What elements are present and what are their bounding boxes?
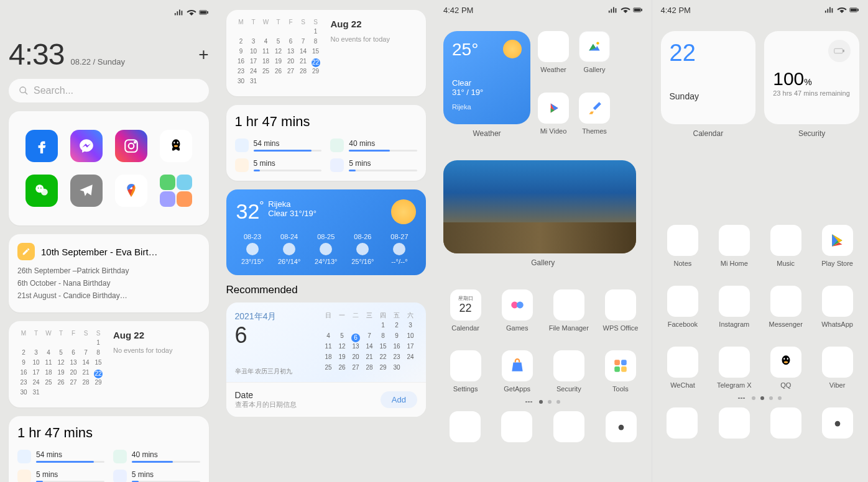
svg-point-38 [737, 297, 739, 298]
calendar-widget[interactable]: MTWTFSS123456789101112131415161718192021… [9, 321, 209, 407]
app-gallery[interactable]: Gallery [579, 31, 610, 76]
sun-icon [391, 199, 416, 224]
notes-title: 10th September - Eva Birt… [41, 247, 200, 257]
app-calendar[interactable]: 星期日22Calendar [443, 289, 487, 332]
status-bar: 4:42 PM [661, 4, 860, 16]
messenger-icon[interactable] [70, 130, 103, 162]
panel-home-1: 4:42 PM 25° Clear 31° / 19° Rijeka Weath… [435, 0, 652, 482]
svg-point-11 [173, 145, 178, 147]
app-whatsapp[interactable]: WhatsApp [815, 286, 859, 328]
svg-point-44 [783, 361, 788, 363]
search-placeholder: Search... [34, 85, 73, 96]
weather-range: 31° / 19° [452, 88, 522, 97]
calendar-widget-small[interactable]: 22 Sunday [661, 31, 756, 124]
weather-widget-small[interactable]: 25° Clear 31° / 19° Rijeka [443, 31, 530, 124]
app-themes[interactable]: Themes [579, 93, 610, 138]
app-qq[interactable]: QQ [764, 347, 808, 389]
svg-point-14 [38, 188, 39, 189]
page-indicator[interactable] [661, 396, 860, 400]
app-wechat[interactable]: WeChat [661, 347, 705, 389]
svg-point-20 [596, 42, 599, 44]
app-music[interactable]: Music [764, 225, 808, 267]
recommended-date-widget[interactable]: 2021年4月 6 辛丑年 农历三月初九 日一二三四五六123456789101… [226, 302, 427, 417]
app-play-store[interactable]: Play Store [815, 225, 859, 267]
dock-app[interactable] [443, 411, 487, 442]
weather-temp: 32 [236, 199, 260, 224]
calendar-no-events: No events for today [113, 347, 200, 354]
add-widget-button[interactable]: + [198, 45, 208, 65]
app-settings[interactable]: Settings [443, 350, 487, 393]
svg-point-8 [172, 139, 180, 148]
weather-city: Rijeka [268, 199, 382, 209]
note-line: 21st August - Candice Birthday… [17, 291, 200, 300]
svg-rect-35 [843, 50, 844, 52]
screentime-total: 1 hr 47 mins [235, 114, 418, 130]
app-getapps[interactable]: GetApps [495, 350, 539, 393]
svg-rect-18 [634, 9, 640, 11]
app-mi-video[interactable]: Mi Video [538, 93, 569, 138]
app-games[interactable]: Games [495, 289, 539, 332]
battery-icon [828, 40, 851, 62]
note-icon [17, 243, 35, 260]
svg-rect-1 [200, 11, 206, 14]
maps-icon[interactable] [115, 175, 147, 207]
widget-label: Gallery [443, 258, 643, 267]
dock-app[interactable] [547, 411, 591, 442]
rec-lunar: 辛丑年 农历三月初九 [235, 367, 293, 376]
dock-app[interactable] [713, 407, 755, 439]
svg-rect-19 [641, 9, 642, 11]
weather-widget-large[interactable]: 32 Rijeka Clear 31°/19° 08-2323°/15°08-2… [226, 189, 427, 275]
qq-icon[interactable] [160, 130, 192, 162]
svg-point-10 [177, 142, 178, 143]
wechat-icon[interactable] [25, 175, 58, 207]
security-widget[interactable]: 100% 23 hrs 47 mins remaining [764, 31, 859, 124]
page-indicator[interactable] [443, 400, 643, 404]
note-line: 6th October - Nana Birthday [17, 279, 200, 288]
dock-app[interactable] [764, 407, 807, 439]
app-messenger[interactable]: Messenger [764, 286, 808, 328]
widget-label: Weather [443, 129, 530, 138]
svg-point-13 [41, 189, 48, 196]
dock-app[interactable] [816, 407, 859, 439]
svg-point-22 [517, 302, 524, 309]
app-security[interactable]: Security [547, 350, 591, 393]
screentime-widget[interactable]: 1 hr 47 mins 54 mins40 mins5 mins5 mins [9, 416, 209, 482]
app-viber[interactable]: Viber [815, 347, 859, 389]
dock-app[interactable] [496, 411, 539, 442]
app-facebook[interactable]: Facebook [661, 286, 705, 328]
facebook-icon[interactable] [25, 130, 58, 162]
app-instagram[interactable]: Instagram [712, 286, 756, 328]
notes-widget[interactable]: 10th September - Eva Birt… 26th Septembe… [9, 234, 209, 312]
app-telegram-x[interactable]: Telegram X [712, 347, 756, 389]
app-file-manager[interactable]: File Manager [547, 289, 591, 332]
note-line: 26th September –Patrick Birthday [17, 266, 200, 275]
app-weather[interactable]: 25°Weather [538, 31, 569, 76]
widget-label: Security [764, 129, 859, 138]
app-mi-home[interactable]: Mi Home [712, 225, 756, 267]
gallery-widget[interactable] [443, 160, 636, 253]
app-tools[interactable]: Tools [598, 350, 642, 393]
screentime-widget[interactable]: 1 hr 47 mins 54 mins40 mins5 mins5 mins [226, 105, 427, 181]
social-apps-folder[interactable] [9, 111, 209, 225]
dock-app[interactable] [661, 407, 704, 439]
clock-date: 08.22 / Sunday [70, 57, 124, 66]
svg-point-15 [40, 188, 42, 189]
add-button[interactable]: Add [381, 391, 417, 408]
weather-cond: Clear [452, 78, 522, 88]
svg-point-7 [134, 142, 136, 143]
widget-label: Calendar [661, 129, 756, 138]
app-notes[interactable]: Notes [661, 225, 705, 267]
telegram-icon[interactable] [70, 175, 103, 207]
svg-point-3 [20, 87, 25, 93]
folder-icon[interactable] [160, 175, 192, 207]
svg-rect-2 [207, 12, 208, 14]
rec-sub: 查看本月的日期信息 [235, 400, 297, 409]
status-bar: 4:42 PM [443, 4, 643, 16]
svg-rect-26 [621, 366, 627, 372]
search-input[interactable]: Search... [9, 79, 209, 102]
app-wps-office[interactable]: WWPS Office [598, 289, 642, 332]
svg-point-43 [787, 358, 788, 360]
instagram-icon[interactable] [115, 130, 147, 162]
calendar-widget[interactable]: MTWTFSS123456789101112131415161718192021… [226, 10, 427, 96]
dock-app[interactable] [599, 411, 643, 442]
